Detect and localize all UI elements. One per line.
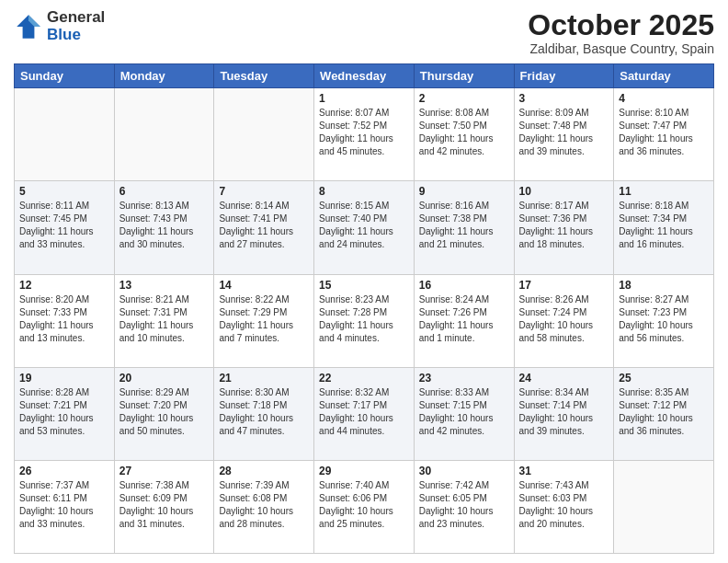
calendar-cell: 29Sunrise: 7:40 AM Sunset: 6:06 PM Dayli… xyxy=(314,460,415,553)
day-number: 23 xyxy=(419,372,509,385)
day-number: 2 xyxy=(419,92,509,105)
calendar-cell: 1Sunrise: 8:07 AM Sunset: 7:52 PM Daylig… xyxy=(314,88,415,181)
calendar-cell: 25Sunrise: 8:35 AM Sunset: 7:12 PM Dayli… xyxy=(614,367,714,460)
calendar-cell: 13Sunrise: 8:21 AM Sunset: 7:31 PM Dayli… xyxy=(114,274,214,367)
calendar-cell: 26Sunrise: 7:37 AM Sunset: 6:11 PM Dayli… xyxy=(15,460,115,553)
calendar-cell: 14Sunrise: 8:22 AM Sunset: 7:29 PM Dayli… xyxy=(214,274,314,367)
day-number: 12 xyxy=(19,279,109,292)
day-info: Sunrise: 8:30 AM Sunset: 7:18 PM Dayligh… xyxy=(219,386,309,438)
title-block: October 2025 Zaldibar, Basque Country, S… xyxy=(528,9,714,56)
calendar-cell: 3Sunrise: 8:09 AM Sunset: 7:48 PM Daylig… xyxy=(514,88,614,181)
day-number: 21 xyxy=(219,372,309,385)
day-info: Sunrise: 8:23 AM Sunset: 7:28 PM Dayligh… xyxy=(319,293,409,345)
calendar-cell: 23Sunrise: 8:33 AM Sunset: 7:15 PM Dayli… xyxy=(414,367,514,460)
day-number: 1 xyxy=(319,92,409,105)
day-number: 25 xyxy=(619,372,709,385)
day-number: 5 xyxy=(19,185,109,198)
week-row: 1Sunrise: 8:07 AM Sunset: 7:52 PM Daylig… xyxy=(15,88,714,181)
day-info: Sunrise: 8:18 AM Sunset: 7:34 PM Dayligh… xyxy=(619,200,709,251)
calendar-cell: 21Sunrise: 8:30 AM Sunset: 7:18 PM Dayli… xyxy=(214,367,314,460)
day-number: 31 xyxy=(519,465,609,477)
day-info: Sunrise: 8:17 AM Sunset: 7:36 PM Dayligh… xyxy=(519,200,609,251)
header-row: SundayMondayTuesdayWednesdayThursdayFrid… xyxy=(15,64,714,88)
day-number: 18 xyxy=(619,279,709,292)
day-header-sunday: Sunday xyxy=(15,64,115,88)
day-number: 15 xyxy=(319,279,409,292)
day-header-friday: Friday xyxy=(514,64,614,88)
calendar-cell: 19Sunrise: 8:28 AM Sunset: 7:21 PM Dayli… xyxy=(15,367,115,460)
calendar-cell: 31Sunrise: 7:43 AM Sunset: 6:03 PM Dayli… xyxy=(514,460,614,553)
day-number: 24 xyxy=(519,372,609,385)
calendar-cell: 11Sunrise: 8:18 AM Sunset: 7:34 PM Dayli… xyxy=(614,181,714,274)
calendar-cell xyxy=(15,88,115,181)
week-row: 26Sunrise: 7:37 AM Sunset: 6:11 PM Dayli… xyxy=(15,460,714,553)
day-info: Sunrise: 7:40 AM Sunset: 6:06 PM Dayligh… xyxy=(319,479,409,531)
calendar-cell: 18Sunrise: 8:27 AM Sunset: 7:23 PM Dayli… xyxy=(614,274,714,367)
logo-general: General xyxy=(47,9,105,27)
day-number: 19 xyxy=(19,372,109,385)
day-info: Sunrise: 8:07 AM Sunset: 7:52 PM Dayligh… xyxy=(319,107,409,158)
header: General Blue October 2025 Zaldibar, Basq… xyxy=(14,9,714,56)
day-info: Sunrise: 7:43 AM Sunset: 6:03 PM Dayligh… xyxy=(519,479,609,531)
day-info: Sunrise: 8:16 AM Sunset: 7:38 PM Dayligh… xyxy=(419,200,509,251)
day-info: Sunrise: 8:21 AM Sunset: 7:31 PM Dayligh… xyxy=(119,293,210,345)
logo: General Blue xyxy=(14,9,105,43)
day-number: 17 xyxy=(519,279,609,292)
calendar-cell: 7Sunrise: 8:14 AM Sunset: 7:41 PM Daylig… xyxy=(214,181,314,274)
day-info: Sunrise: 8:09 AM Sunset: 7:48 PM Dayligh… xyxy=(519,107,609,158)
day-number: 8 xyxy=(319,185,409,198)
day-info: Sunrise: 7:39 AM Sunset: 6:08 PM Dayligh… xyxy=(219,479,309,531)
calendar-cell: 15Sunrise: 8:23 AM Sunset: 7:28 PM Dayli… xyxy=(314,274,415,367)
calendar-cell: 16Sunrise: 8:24 AM Sunset: 7:26 PM Dayli… xyxy=(414,274,514,367)
day-number: 9 xyxy=(419,185,509,198)
calendar-header: SundayMondayTuesdayWednesdayThursdayFrid… xyxy=(15,64,714,88)
calendar-cell: 22Sunrise: 8:32 AM Sunset: 7:17 PM Dayli… xyxy=(314,367,415,460)
week-row: 19Sunrise: 8:28 AM Sunset: 7:21 PM Dayli… xyxy=(15,367,714,460)
day-number: 29 xyxy=(319,465,409,477)
day-number: 13 xyxy=(119,279,210,292)
day-info: Sunrise: 8:11 AM Sunset: 7:45 PM Dayligh… xyxy=(19,200,109,251)
day-number: 30 xyxy=(419,465,509,477)
day-number: 22 xyxy=(319,372,409,385)
day-number: 11 xyxy=(619,185,709,198)
day-info: Sunrise: 8:34 AM Sunset: 7:14 PM Dayligh… xyxy=(519,386,609,438)
day-number: 28 xyxy=(219,465,309,477)
day-info: Sunrise: 8:10 AM Sunset: 7:47 PM Dayligh… xyxy=(619,107,709,158)
calendar-cell: 24Sunrise: 8:34 AM Sunset: 7:14 PM Dayli… xyxy=(514,367,614,460)
day-info: Sunrise: 8:24 AM Sunset: 7:26 PM Dayligh… xyxy=(419,293,509,345)
location: Zaldibar, Basque Country, Spain xyxy=(528,41,714,56)
day-info: Sunrise: 8:08 AM Sunset: 7:50 PM Dayligh… xyxy=(419,107,509,158)
logo-text: General Blue xyxy=(47,9,105,43)
day-number: 7 xyxy=(219,185,309,198)
calendar-cell: 6Sunrise: 8:13 AM Sunset: 7:43 PM Daylig… xyxy=(114,181,214,274)
week-row: 5Sunrise: 8:11 AM Sunset: 7:45 PM Daylig… xyxy=(15,181,714,274)
day-header-tuesday: Tuesday xyxy=(214,64,314,88)
day-number: 6 xyxy=(119,185,210,198)
day-info: Sunrise: 8:26 AM Sunset: 7:24 PM Dayligh… xyxy=(519,293,609,345)
day-info: Sunrise: 8:33 AM Sunset: 7:15 PM Dayligh… xyxy=(419,386,509,438)
calendar-cell: 17Sunrise: 8:26 AM Sunset: 7:24 PM Dayli… xyxy=(514,274,614,367)
calendar-cell: 4Sunrise: 8:10 AM Sunset: 7:47 PM Daylig… xyxy=(614,88,714,181)
calendar-cell: 30Sunrise: 7:42 AM Sunset: 6:05 PM Dayli… xyxy=(414,460,514,553)
calendar-body: 1Sunrise: 8:07 AM Sunset: 7:52 PM Daylig… xyxy=(15,88,714,554)
day-number: 14 xyxy=(219,279,309,292)
day-info: Sunrise: 8:29 AM Sunset: 7:20 PM Dayligh… xyxy=(119,386,210,438)
calendar-cell: 8Sunrise: 8:15 AM Sunset: 7:40 PM Daylig… xyxy=(314,181,415,274)
calendar-cell: 5Sunrise: 8:11 AM Sunset: 7:45 PM Daylig… xyxy=(15,181,115,274)
calendar-cell xyxy=(214,88,314,181)
calendar-cell: 28Sunrise: 7:39 AM Sunset: 6:08 PM Dayli… xyxy=(214,460,314,553)
calendar-cell: 2Sunrise: 8:08 AM Sunset: 7:50 PM Daylig… xyxy=(414,88,514,181)
week-row: 12Sunrise: 8:20 AM Sunset: 7:33 PM Dayli… xyxy=(15,274,714,367)
day-header-wednesday: Wednesday xyxy=(314,64,415,88)
day-info: Sunrise: 8:35 AM Sunset: 7:12 PM Dayligh… xyxy=(619,386,709,438)
day-info: Sunrise: 8:32 AM Sunset: 7:17 PM Dayligh… xyxy=(319,386,409,438)
day-info: Sunrise: 8:13 AM Sunset: 7:43 PM Dayligh… xyxy=(119,200,210,251)
day-info: Sunrise: 8:20 AM Sunset: 7:33 PM Dayligh… xyxy=(19,293,109,345)
day-number: 16 xyxy=(419,279,509,292)
day-number: 4 xyxy=(619,92,709,105)
day-info: Sunrise: 8:22 AM Sunset: 7:29 PM Dayligh… xyxy=(219,293,309,345)
day-info: Sunrise: 8:27 AM Sunset: 7:23 PM Dayligh… xyxy=(619,293,709,345)
calendar-cell xyxy=(614,460,714,553)
calendar-cell: 20Sunrise: 8:29 AM Sunset: 7:20 PM Dayli… xyxy=(114,367,214,460)
day-number: 26 xyxy=(19,465,109,477)
